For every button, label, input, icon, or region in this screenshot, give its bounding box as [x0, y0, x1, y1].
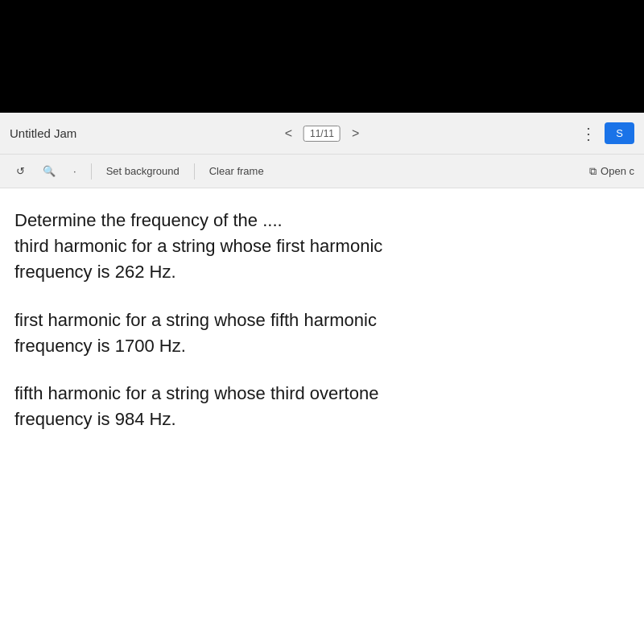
page-badge: 11/11: [303, 126, 341, 142]
toolbar: ↺ 🔍 · Set background Clear frame ⧉ Open …: [0, 155, 644, 188]
open-button[interactable]: ⧉ Open c: [589, 165, 634, 178]
clear-frame-button[interactable]: Clear frame: [203, 162, 270, 180]
document-title: Untitled Jam: [10, 126, 76, 140]
toolbar-separator-2: [194, 163, 195, 180]
dot-menu-button[interactable]: ·: [67, 162, 83, 180]
paragraph-2-text: first harmonic for a string whose fifth …: [14, 310, 377, 356]
title-right: ⋮ S: [580, 122, 634, 144]
paragraph-1-text: Determine the frequency of the .... thir…: [14, 210, 382, 282]
open-label: Open c: [601, 165, 634, 177]
main-content: Determine the frequency of the .... thir…: [0, 188, 644, 644]
nav-right-button[interactable]: >: [347, 125, 364, 142]
paragraph-2: first harmonic for a string whose fifth …: [14, 308, 630, 359]
open-icon: ⧉: [589, 165, 597, 178]
title-bar: Untitled Jam < 11/11 > ⋮ S: [0, 113, 644, 155]
title-left: Untitled Jam: [10, 126, 76, 140]
app-container: Untitled Jam < 11/11 > ⋮ S ↺ 🔍 · Set bac…: [0, 113, 644, 644]
paragraph-3: fifth harmonic for a string whose third …: [14, 381, 630, 432]
dot-menu-icon: ·: [73, 165, 76, 177]
set-background-button[interactable]: Set background: [100, 162, 186, 180]
more-options-icon[interactable]: ⋮: [580, 124, 597, 143]
paragraph-3-text: fifth harmonic for a string whose third …: [14, 383, 378, 429]
share-button[interactable]: S: [605, 122, 634, 144]
paragraph-1: Determine the frequency of the .... thir…: [14, 208, 630, 285]
top-black-bar: [0, 0, 644, 113]
title-center: < 11/11 >: [280, 125, 365, 142]
refresh-icon: ↺: [16, 165, 25, 177]
nav-left-button[interactable]: <: [280, 125, 297, 142]
refresh-button[interactable]: ↺: [10, 162, 31, 180]
search-button[interactable]: 🔍: [36, 162, 62, 180]
search-icon: 🔍: [43, 165, 56, 177]
toolbar-separator: [91, 163, 92, 180]
